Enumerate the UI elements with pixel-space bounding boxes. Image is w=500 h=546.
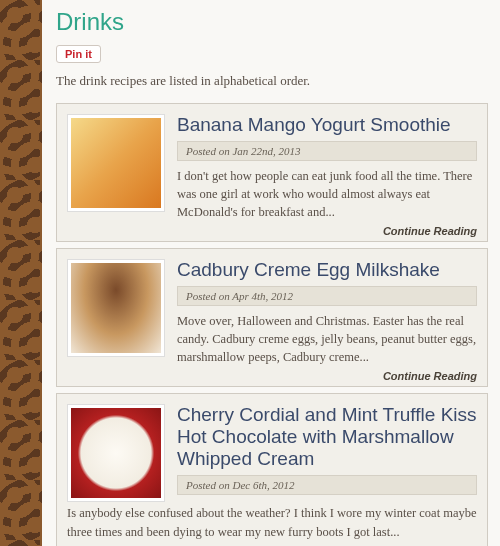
post-card: Cherry Cordial and Mint Truffle Kiss Hot… xyxy=(56,393,488,546)
post-thumbnail[interactable] xyxy=(67,114,165,212)
post-title-link[interactable]: Banana Mango Yogurt Smoothie xyxy=(177,114,477,136)
post-thumbnail[interactable] xyxy=(67,259,165,357)
page-title: Drinks xyxy=(56,8,488,36)
post-excerpt: Move over, Halloween and Christmas. East… xyxy=(177,312,477,366)
post-thumbnail[interactable] xyxy=(67,404,165,502)
continue-reading-link[interactable]: Continue Reading xyxy=(67,370,477,382)
post-date: Posted on Dec 6th, 2012 xyxy=(177,475,477,495)
continue-reading-link[interactable]: Continue Reading xyxy=(67,225,477,237)
intro-text: The drink recipes are listed in alphabet… xyxy=(56,73,488,89)
main-content: Drinks Pin it The drink recipes are list… xyxy=(42,0,500,546)
post-date: Posted on Jan 22nd, 2013 xyxy=(177,141,477,161)
post-date: Posted on Apr 4th, 2012 xyxy=(177,286,477,306)
post-card: Banana Mango Yogurt Smoothie Posted on J… xyxy=(56,103,488,242)
decorative-sidebar xyxy=(0,0,42,546)
post-card: Cadbury Creme Egg Milkshake Posted on Ap… xyxy=(56,248,488,387)
post-excerpt: Is anybody else confused about the weath… xyxy=(67,504,477,540)
post-title-link[interactable]: Cadbury Creme Egg Milkshake xyxy=(177,259,477,281)
post-title-link[interactable]: Cherry Cordial and Mint Truffle Kiss Hot… xyxy=(177,404,477,470)
post-excerpt: I don't get how people can eat junk food… xyxy=(177,167,477,221)
pinit-button[interactable]: Pin it xyxy=(56,45,101,63)
